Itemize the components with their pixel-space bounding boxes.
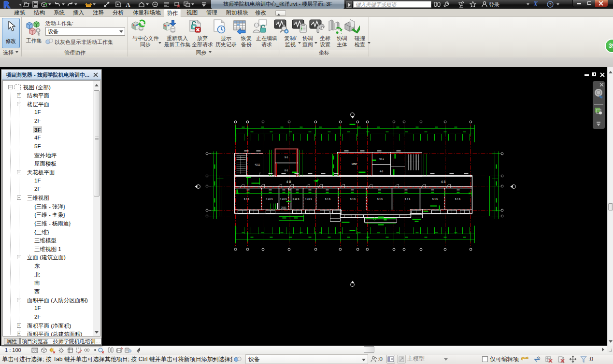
svg-text:4-8: 4-8 <box>380 170 383 173</box>
svg-text:5 4 6: 5 4 6 <box>405 197 410 200</box>
svg-text:9 6: 9 6 <box>285 156 288 159</box>
svg-text:4 19 6: 4 19 6 <box>293 197 299 200</box>
svg-text:5 4 6: 5 4 6 <box>455 197 460 200</box>
svg-text:5 4 6: 5 4 6 <box>350 197 356 200</box>
svg-text:MBP: MBP <box>352 163 357 166</box>
svg-text:4 8: 4 8 <box>441 180 446 183</box>
svg-text:5 4 6: 5 4 6 <box>244 197 249 200</box>
svg-text:5 4 6: 5 4 6 <box>377 197 383 200</box>
svg-text:4 19 6: 4 19 6 <box>266 197 273 200</box>
svg-text:8 6: 8 6 <box>285 169 288 172</box>
svg-text:4311: 4311 <box>255 163 260 166</box>
svg-text:?: ? <box>549 2 551 7</box>
svg-text:4 8: 4 8 <box>286 180 291 183</box>
svg-text:4 19 6: 4 19 6 <box>305 197 312 200</box>
svg-text:5 4 6: 5 4 6 <box>432 197 438 200</box>
svg-text:4 19 6: 4 19 6 <box>280 197 287 200</box>
svg-text:48-1: 48-1 <box>379 157 384 160</box>
svg-text:A: A <box>126 1 130 8</box>
svg-text:5 4 6: 5 4 6 <box>325 197 330 200</box>
svg-text:2531: 2531 <box>281 206 286 209</box>
